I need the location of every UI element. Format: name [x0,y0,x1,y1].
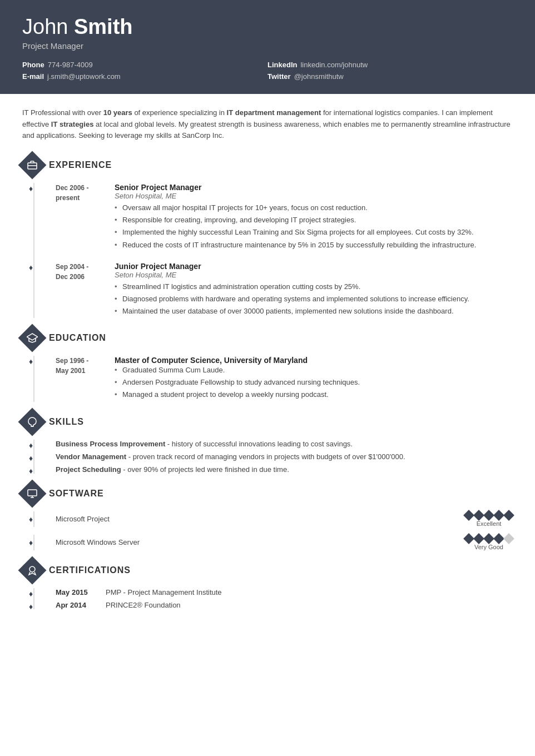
certifications-section: CERTIFICATIONS May 2015 PMP - Project Ma… [22,560,513,609]
software-item-1: Microsoft Project Excellent [22,511,513,527]
dot-5-empty [503,533,514,544]
skill3-desc: - over 90% of projects led were finished… [121,465,289,474]
edu1-degree: Master of Computer Science, University o… [115,356,513,365]
software-list: Microsoft Project Excellent Microsoft Wi… [22,511,513,550]
svg-rect-4 [28,490,37,496]
phone-contact: Phone 774-987-4009 [22,61,268,69]
summary: IT Professional with over 10 years of ex… [22,107,513,142]
header: John Smith Project Manager Phone 774-987… [0,0,535,94]
skill2-desc: - proven track record of managing vendor… [126,452,405,461]
education-icon [18,324,47,352]
exp2-company: Seton Hospital, ME [115,271,513,279]
education-timeline: Sep 1996 -May 2001 Master of Computer Sc… [22,356,513,401]
contact-info: Phone 774-987-4009 LinkedIn linkedin.com… [22,61,513,81]
phone-value: 774-987-4009 [48,61,93,69]
experience-title: EXPERIENCE [49,160,112,170]
certifications-title: CERTIFICATIONS [49,565,131,575]
exp1-bullet-3: Implemented the highly successful Lean T… [115,227,513,238]
edu1-bullet-3: Managed a student project to develop a w… [115,389,513,400]
svg-marker-2 [27,334,38,340]
skill3-name: Project Scheduling [56,465,121,474]
exp2-content: Junior Project Manager Seton Hospital, M… [115,262,513,318]
email-label: E-mail [22,72,44,81]
email-contact: E-mail j.smith@uptowork.com [22,72,268,81]
exp1-title: Senior Project Manager [115,183,513,192]
twitter-label: Twitter [268,72,291,81]
software2-dots [465,535,513,543]
software-title: SOFTWARE [49,489,104,499]
skills-title: SKILLS [49,417,84,427]
first-name: John [22,15,68,38]
software1-rating: Excellent [465,511,513,527]
certifications-list: May 2015 PMP - Project Management Instit… [22,588,513,609]
experience-timeline: Dec 2006 -present Senior Project Manager… [22,183,513,318]
skill-item-2: Vendor Management - proven track record … [56,452,513,461]
cert1-name: PMP - Project Management Institute [106,588,222,596]
software-header: SOFTWARE [22,484,513,504]
skills-list: Business Process Improvement - history o… [22,440,513,474]
cert2-date: Apr 2014 [56,601,95,609]
exp1-bullet-2: Responsible for creating, improving, and… [115,215,513,226]
software2-label: Very Good [474,544,503,550]
skill1-desc: - history of successful innovations lead… [165,440,353,448]
skill2-name: Vendor Management [56,452,126,461]
edu1-bullets: Graduated Summa Cum Laude. Andersen Post… [115,365,513,400]
linkedin-contact: LinkedIn linkedin.com/johnutw [268,61,513,69]
twitter-value: @johnsmithutw [294,72,344,81]
exp2-bullets: Streamlined IT logistics and administrat… [115,281,513,317]
experience-header: EXPERIENCE [22,155,513,175]
education-title: EDUCATION [49,333,106,343]
edu1-bullet-1: Graduated Summa Cum Laude. [115,365,513,376]
experience-item-2: Sep 2004 -Dec 2006 Junior Project Manage… [56,262,513,318]
twitter-contact: Twitter @johnsmithutw [268,72,513,81]
dot-5 [503,510,514,521]
cert-item-2: Apr 2014 PRINCE2® Foundation [22,601,513,609]
last-name: Smith [74,15,133,38]
full-name: John Smith [22,16,513,39]
skills-icon [18,407,47,436]
software2-rating: Very Good [465,535,513,550]
skills-header: SKILLS [22,412,513,432]
software1-label: Excellent [477,520,502,527]
education-section: EDUCATION Sep 1996 -May 2001 Master of C… [22,328,513,401]
certifications-icon [18,556,47,584]
edu1-date: Sep 1996 -May 2001 [56,356,106,376]
education-item-1: Sep 1996 -May 2001 Master of Computer Sc… [56,356,513,401]
education-header: EDUCATION [22,328,513,348]
cert-item-1: May 2015 PMP - Project Management Instit… [22,588,513,596]
exp2-bullet-3: Maintained the user database of over 300… [115,306,513,317]
linkedin-label: LinkedIn [268,61,297,69]
cert1-date: May 2015 [56,588,95,596]
experience-item-1: Dec 2006 -present Senior Project Manager… [56,183,513,252]
phone-label: Phone [22,61,44,69]
exp2-title: Junior Project Manager [115,262,513,271]
software-item-2: Microsoft Windows Server Very Good [22,535,513,550]
exp2-bullet-1: Streamlined IT logistics and administrat… [115,281,513,292]
main-content: IT Professional with over 10 years of ex… [0,94,535,633]
software-icon [18,479,47,508]
linkedin-value: linkedin.com/johnutw [300,61,368,69]
skill-item-1: Business Process Improvement - history o… [56,440,513,448]
exp2-date: Sep 2004 -Dec 2006 [56,262,106,282]
exp1-bullet-1: Oversaw all major hospital IT projects f… [115,202,513,213]
svg-point-7 [29,566,35,572]
skill1-name: Business Process Improvement [56,440,165,448]
experience-icon [18,151,47,180]
exp1-bullet-4: Reduced the costs of IT infrastructure m… [115,240,513,251]
edu1-content: Master of Computer Science, University o… [115,356,513,401]
email-value: j.smith@uptowork.com [47,72,121,81]
experience-section: EXPERIENCE Dec 2006 -present Senior Proj… [22,155,513,318]
software1-name: Microsoft Project [56,515,110,523]
cert2-name: PRINCE2® Foundation [106,601,181,609]
software2-name: Microsoft Windows Server [56,538,140,546]
software-section: SOFTWARE Microsoft Project Excellent [22,484,513,550]
skill-item-3: Project Scheduling - over 90% of project… [56,465,513,474]
certifications-header: CERTIFICATIONS [22,560,513,580]
skills-section: SKILLS Business Process Improvement - hi… [22,412,513,474]
software1-dots [465,511,513,519]
job-title: Project Manager [22,41,513,51]
exp1-date: Dec 2006 -present [56,183,106,203]
exp1-bullets: Oversaw all major hospital IT projects f… [115,202,513,251]
exp2-bullet-2: Diagnosed problems with hardware and ope… [115,294,513,305]
edu1-bullet-2: Andersen Postgraduate Fellowship to stud… [115,377,513,388]
